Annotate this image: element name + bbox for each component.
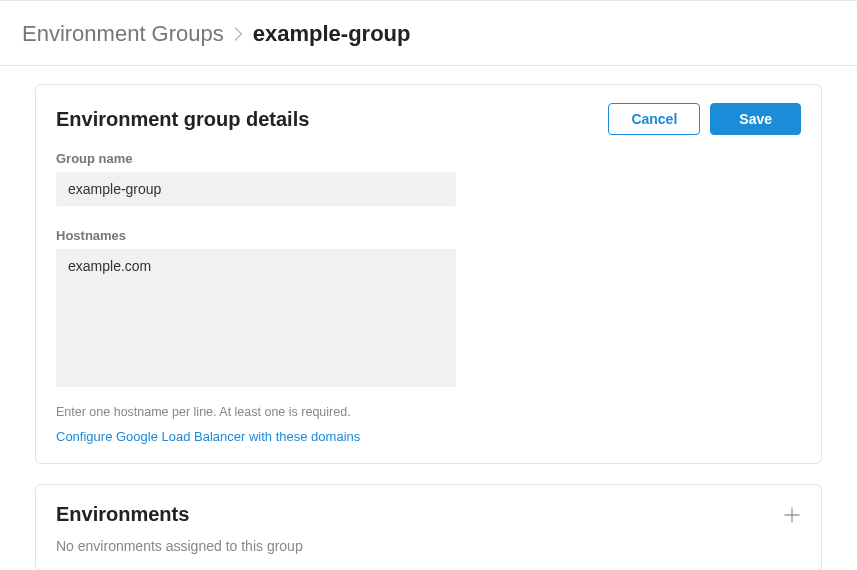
configure-load-balancer-link[interactable]: Configure Google Load Balancer with thes… xyxy=(56,429,360,444)
details-title: Environment group details xyxy=(56,108,309,131)
group-name-label: Group name xyxy=(56,151,801,166)
breadcrumb-root[interactable]: Environment Groups xyxy=(22,21,224,47)
hostnames-helper-text: Enter one hostname per line. At least on… xyxy=(56,405,801,419)
environments-card: Environments No environments assigned to… xyxy=(35,484,822,570)
breadcrumb: Environment Groups example-group xyxy=(0,0,857,66)
breadcrumb-current: example-group xyxy=(253,21,411,47)
group-name-input[interactable] xyxy=(56,172,456,206)
plus-icon[interactable] xyxy=(783,506,801,524)
hostnames-input[interactable]: example.com xyxy=(56,249,456,387)
cancel-button[interactable]: Cancel xyxy=(608,103,700,135)
environments-title: Environments xyxy=(56,503,189,526)
details-card: Environment group details Cancel Save Gr… xyxy=(35,84,822,464)
save-button[interactable]: Save xyxy=(710,103,801,135)
hostnames-label: Hostnames xyxy=(56,228,801,243)
chevron-right-icon xyxy=(234,27,243,41)
environments-empty-text: No environments assigned to this group xyxy=(36,538,821,570)
